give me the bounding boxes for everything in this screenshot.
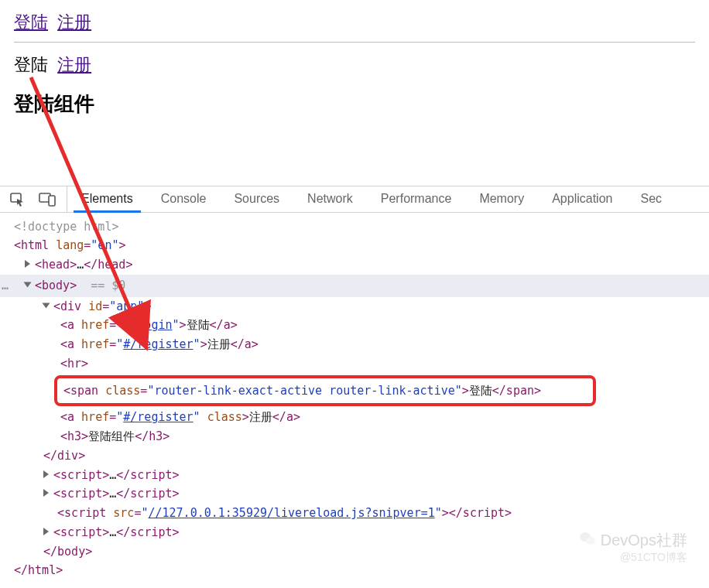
expand-triangle-icon[interactable] xyxy=(43,470,49,478)
dom-hr[interactable]: <hr> xyxy=(0,354,709,374)
expand-triangle-icon[interactable] xyxy=(43,489,49,497)
dom-body-open[interactable]: …<body> == $0 xyxy=(0,275,709,297)
device-toggle-icon[interactable] xyxy=(39,191,56,207)
register-link-mid[interactable]: 注册 xyxy=(57,55,91,74)
dom-a-register-2[interactable]: <a href="#/register" class>注册</a> xyxy=(0,408,709,427)
page-divider xyxy=(14,42,695,43)
dom-script-2[interactable]: <script>…</script> xyxy=(0,484,709,504)
tab-sources[interactable]: Sources xyxy=(220,186,293,212)
dom-div-open[interactable]: <div id="app"> xyxy=(0,297,709,316)
svg-point-5 xyxy=(586,537,595,545)
devtools-tabs: Elements Console Sources Network Perform… xyxy=(67,186,676,212)
dom-head[interactable]: <head>…</head> xyxy=(0,255,709,275)
register-link-top[interactable]: 注册 xyxy=(57,12,91,32)
tab-security[interactable]: Sec xyxy=(626,186,676,212)
dom-h3[interactable]: <h3>登陆组件</h3> xyxy=(0,427,709,446)
expand-triangle-icon[interactable] xyxy=(24,282,32,287)
dom-script-1[interactable]: <script>…</script> xyxy=(0,466,709,485)
tab-console[interactable]: Console xyxy=(147,186,221,212)
expand-triangle-icon[interactable] xyxy=(25,260,30,268)
devtools-toolbar: Elements Console Sources Network Perform… xyxy=(0,186,709,213)
link-row-mid: 登陆 注册 xyxy=(14,53,695,77)
watermark-text-1: DevOps社群 xyxy=(601,530,687,551)
tab-application[interactable]: Application xyxy=(538,186,626,212)
dom-doctype[interactable]: <!doctype html> xyxy=(0,217,709,237)
tab-network[interactable]: Network xyxy=(293,186,367,212)
devtools-panel: Elements Console Sources Network Perform… xyxy=(0,186,709,588)
watermark-text-2: @51CTO博客 xyxy=(579,551,687,565)
watermark: DevOps社群 @51CTO博客 xyxy=(579,530,687,565)
svg-rect-2 xyxy=(49,196,55,206)
login-link-top[interactable]: 登陆 xyxy=(14,12,48,32)
link-row-top: 登陆 注册 xyxy=(14,11,695,34)
wechat-icon xyxy=(579,531,596,550)
expand-triangle-icon[interactable] xyxy=(43,528,49,535)
dom-a-register[interactable]: <a href="#/register">注册</a> xyxy=(0,335,709,354)
tab-memory[interactable]: Memory xyxy=(465,186,538,212)
highlighted-node[interactable]: <span class="router-link-exact-active ro… xyxy=(54,375,596,407)
inspect-icon[interactable] xyxy=(9,191,25,207)
dom-html-open[interactable]: <html lang="en"> xyxy=(0,236,709,255)
tab-elements[interactable]: Elements xyxy=(67,186,147,212)
devtools-toolbar-icons xyxy=(9,186,67,212)
login-link-active: 登陆 xyxy=(14,55,48,74)
tab-performance[interactable]: Performance xyxy=(367,186,466,212)
page-heading: 登陆组件 xyxy=(14,91,695,118)
expand-triangle-icon[interactable] xyxy=(43,303,50,308)
dom-script-src[interactable]: <script src="//127.0.0.1:35929/livereloa… xyxy=(0,504,709,523)
dom-div-close[interactable]: </div> xyxy=(0,446,709,466)
dom-a-login[interactable]: <a href="#/login">登陆</a> xyxy=(0,316,709,335)
rendered-page: 登陆 注册 登陆 注册 登陆组件 xyxy=(0,0,709,118)
